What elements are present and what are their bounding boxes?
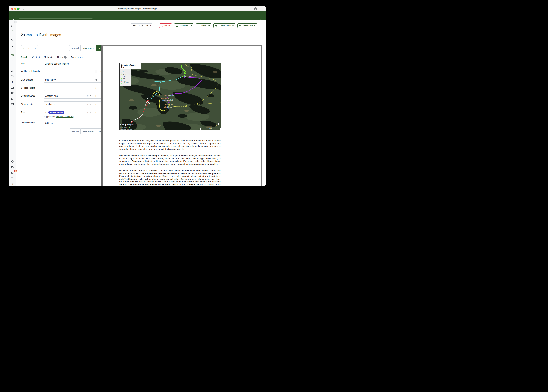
legend-item: Day 3 [121,76,130,77]
sidebar-item-saved-view-filter2-icon[interactable] [11,44,14,47]
delete-button[interactable]: Delete [159,23,172,28]
custom-fields-dropdown-button[interactable]: Custom Fields [213,23,235,28]
map-copyright: Image © 2017 DigitalGlobe [120,129,132,130]
title-field [44,61,105,66]
map-label: Half Dog Island [161,98,169,99]
tab-content[interactable]: Content [32,56,40,60]
add-tag-button[interactable]: + [93,110,99,115]
download-button[interactable]: Download [174,23,190,28]
compass-icon: N [216,121,220,126]
sidebar-item-asn-icon[interactable]: # [11,80,14,83]
fancy-number-input[interactable] [45,122,100,124]
save-and-next-button[interactable]: Save & next [81,45,96,51]
add-correspondent-button[interactable]: + [93,85,99,91]
document-tabs: Details Content Metadata Notes 1 Permiss… [21,56,83,60]
chevron-down-icon[interactable] [90,88,91,88]
tag-chip[interactable]: TagWithPartial [48,111,64,114]
sidebar-item-help-icon[interactable]: ? [11,183,14,186]
page-number-field[interactable]: 1 [138,24,145,28]
actions-dropdown-button[interactable]: ⋯ Actions [196,23,211,28]
correspondent-select[interactable] [44,85,93,91]
app-header [9,11,266,20]
track-dots-icon [121,79,122,81]
document-type-label: Document type [21,93,43,97]
map-label: Squirrel Island [167,107,175,109]
sidebar-item-tags-icon[interactable] [11,75,14,78]
remove-tag-icon[interactable]: × [45,111,47,113]
sidebar-item-logs-icon[interactable] [11,177,14,180]
download-split-button: Download [174,23,194,28]
track-dots-icon [121,76,122,77]
document-type-field: Another Type × + [44,93,105,98]
sidebar-item-file-tasks-icon[interactable] [11,97,14,100]
tags-select[interactable]: × TagWithPartial × [44,110,93,115]
storage-path-select[interactable]: Testing 12 × [44,101,93,107]
divider [21,54,105,54]
chevron-down-icon[interactable] [90,104,91,105]
map-label: Hausons Island [184,76,192,77]
download-options-caret[interactable] [190,23,194,28]
tab-metadata[interactable]: Metadata [44,56,53,60]
document-type-select[interactable]: Another Type × [44,93,93,98]
next-document-button[interactable]: → [32,45,38,51]
window-title: 2sample-pdf-with-images - Paperless-ngx [9,6,266,11]
document-title: 2sample-pdf-with-images [21,33,61,37]
discard-button[interactable]: Discard [69,128,81,134]
legend-item: Entry Point 24 [121,83,130,84]
clear-icon[interactable]: × [87,111,88,113]
add-document-type-button[interactable]: + [93,93,99,98]
pdf-preview-pane[interactable]: Boundary Waters Trip Six days in BWCA Le… [101,45,262,186]
map-legend: Legend Day 1 Day 2 Day 3 Day 4 [120,70,131,86]
fancy-number-label: Fancy Number [21,120,43,124]
storage-path-value: Testing 12 [45,103,55,105]
chevron-down-icon[interactable] [90,95,91,96]
storage-path-label: Storage path [21,101,43,106]
pdf-paragraph: Curabitur bibendum ante urna, sed blandi… [119,139,221,150]
link-icon [239,25,241,27]
map-image: Boundary Waters Trip Six days in BWCA Le… [119,63,221,130]
date-created-input[interactable] [45,79,91,81]
calendar-button[interactable] [93,77,99,83]
discard-button[interactable]: Discard [69,45,81,51]
sidebar-item-mail-icon[interactable] [11,103,14,106]
sidebar: # 16 [9,20,16,186]
title-input[interactable] [45,63,103,65]
asn-input[interactable] [45,70,94,73]
sidebar-item-correspondents-icon[interactable] [11,69,14,72]
legend-item: Day 2 [121,74,130,76]
ellipsis-icon: ⋯ [198,25,200,27]
sidebar-item-saved-view-filter-icon[interactable] [11,39,14,42]
share-links-dropdown-button[interactable]: Share Links [237,23,257,28]
sidebar-item-settings-gear-icon[interactable] [11,160,14,163]
asn-stepper[interactable] [95,70,97,73]
sidebar-item-tasks-icon[interactable]: 16 [11,171,14,175]
sidebar-item-storage-paths-icon[interactable] [11,86,14,89]
share-icon[interactable] [254,7,257,10]
add-storage-path-button[interactable]: + [93,101,99,107]
clear-icon[interactable]: × [87,95,88,97]
sidebar-item-dashboard-home-icon[interactable] [11,24,14,28]
suggested-tag-link[interactable]: Another Sample Tag [56,115,74,118]
tab-details[interactable]: Details [21,56,28,60]
sidebar-item-custom-fields-icon[interactable] [11,91,14,95]
map-label: New York Island [146,94,155,96]
close-document-button[interactable]: × [21,45,26,51]
sidebar-item-open-document-icon[interactable] [11,54,14,57]
save-and-next-button[interactable]: Save & next [81,128,96,134]
chevron-down-icon[interactable] [90,112,91,113]
tab-permissions[interactable]: Permissions [71,56,83,60]
tab-notes[interactable]: Notes 1 [57,56,66,60]
previous-document-button[interactable]: ← [26,45,32,51]
macos-titlebar: 2sample-pdf-with-images - Paperless-ngx [9,6,266,11]
sidebar-item-documents-icon[interactable] [11,30,14,33]
page-label: Page [130,24,138,28]
suggestions-label: Suggestions: [44,115,55,118]
sidebar-collapse-button[interactable]: » [14,21,17,23]
sidebar-item-close-document-icon[interactable] [11,59,14,63]
page-number-value[interactable]: 1 [139,25,140,27]
main-content: # 16 [9,20,266,186]
clear-icon[interactable]: × [87,103,88,105]
sidebar-item-users-groups-icon[interactable] [11,166,14,169]
map-scale-bar: 3 mi [200,128,221,130]
page-number-stepper[interactable] [141,24,144,27]
